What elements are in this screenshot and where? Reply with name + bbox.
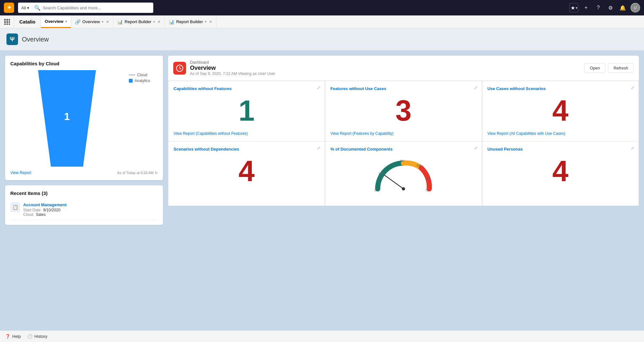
metric-view-report-link[interactable]: View Report (Features by Capability) (330, 131, 393, 136)
close-icon[interactable]: ✕ (106, 20, 109, 24)
app-grid-button[interactable] (0, 15, 14, 28)
svg-rect-1 (6, 19, 8, 21)
tab-label: Overview (82, 19, 100, 24)
metric-value: 4 (488, 157, 633, 186)
dashboard-name: Overview (190, 65, 275, 71)
question-icon: ? (597, 5, 600, 11)
favorites-button[interactable]: ★ ▾ (569, 3, 578, 12)
legend-item-analytics: Analytics (129, 79, 158, 83)
top-navigation: ✦ All ▾ 🔍 ★ ▾ + ? ⚙ 🔔 U (0, 0, 644, 15)
expand-icon[interactable]: ⤢ (631, 85, 635, 90)
funnel-legend: Cloud Analytics (129, 70, 158, 84)
gauge-svg: 0 150 300 450 600 750 (371, 157, 436, 192)
settings-button[interactable]: ⚙ (606, 3, 615, 12)
dashboard-header: Dashboard Overview As of Sep 9, 2020, 7:… (168, 56, 639, 81)
metric-card-features-without-use-cases: Features without Use Cases ⤢ 3 View Repo… (325, 81, 482, 142)
left-panel: Capabilities by Cloud 1 Cloud Analyt (5, 56, 163, 342)
app-name: Catalio (14, 15, 41, 28)
history-link[interactable]: 🕐 History (27, 334, 47, 339)
star-icon: ★ (571, 5, 575, 11)
metric-card-documented-components: % of Documented Components ⤢ 0 150 (325, 142, 482, 206)
dashboard-title-block: Dashboard Overview As of Sep 9, 2020, 7:… (190, 60, 275, 76)
recent-item: 📋 Account Management Start Date 9/10/202… (10, 200, 158, 220)
funnel-svg: 1 (32, 70, 102, 167)
recent-item-icon: 📋 (10, 202, 20, 212)
expand-icon[interactable]: ⤢ (631, 145, 635, 151)
metric-view-report-link[interactable]: View Report (Capabilities without Featur… (174, 131, 248, 136)
svg-rect-7 (6, 23, 8, 25)
open-button[interactable]: Open (584, 63, 606, 73)
svg-text:300: 300 (400, 159, 404, 162)
bottom-bar: ❓ Help 🕐 History (0, 330, 644, 342)
refresh-button[interactable]: Refresh (608, 63, 634, 73)
svg-text:0: 0 (374, 189, 376, 192)
dashboard-actions: Open Refresh (584, 63, 634, 73)
tab-overview[interactable]: 🔗 Overview ▾ ✕ (71, 15, 113, 28)
recent-item-meta: Start Date 9/10/2020 Cloud Sales (23, 208, 67, 217)
tab-report-builder-2[interactable]: 📊 Report Builder ▾ ✕ (165, 15, 216, 28)
recent-items-title: Recent Items (3) (10, 190, 158, 196)
metric-view-report-link[interactable]: View Report (All Capabilities with Use C… (488, 131, 565, 136)
svg-text:150: 150 (378, 172, 383, 175)
page-header: Ψ Overview (0, 28, 644, 51)
add-button[interactable]: + (582, 3, 591, 12)
help-button[interactable]: ? (594, 3, 603, 12)
svg-text:450: 450 (416, 164, 421, 167)
meta-row-cloud: Cloud Sales (23, 212, 67, 217)
bell-icon: 🔔 (620, 5, 626, 11)
legend-dot-analytics (129, 79, 133, 83)
legend-item-cloud: Cloud (129, 73, 158, 77)
tab-overview-main[interactable]: Overview ▾ (41, 15, 71, 28)
report-tab-icon: 📊 (169, 19, 174, 24)
expand-icon[interactable]: ⤢ (474, 85, 478, 90)
app-logo: ✦ (4, 3, 14, 13)
metric-title: Unused Personas (488, 147, 633, 152)
close-icon[interactable]: ✕ (157, 20, 161, 24)
expand-icon[interactable]: ⤢ (317, 145, 321, 151)
metric-title: Scenarios without Dependencies (174, 147, 319, 152)
expand-icon[interactable]: ⤢ (317, 85, 321, 90)
metric-card-unused-personas: Unused Personas ⤢ 4 (482, 142, 639, 206)
tab-label: Report Builder (125, 19, 151, 24)
chevron-down-icon: ▾ (102, 20, 103, 23)
tab-label: Report Builder (176, 19, 203, 24)
expand-icon[interactable]: ⤢ (474, 145, 478, 151)
view-report-link[interactable]: View Report (10, 171, 31, 175)
meta-row-start-date: Start Date 9/10/2020 (23, 208, 67, 212)
search-input[interactable] (43, 5, 150, 10)
metric-grid-row2: Scenarios without Dependencies ⤢ 4 % of … (168, 142, 639, 206)
metric-title: Use Cases without Scenarios (488, 86, 633, 91)
right-panel: Dashboard Overview As of Sep 9, 2020, 7:… (168, 56, 639, 342)
refresh-icon[interactable]: ↻ (155, 171, 158, 175)
avatar[interactable]: U (630, 3, 640, 13)
plus-icon: + (584, 5, 587, 11)
help-icon: ❓ (5, 334, 10, 339)
top-nav-right: ★ ▾ + ? ⚙ 🔔 U (569, 3, 640, 13)
help-link[interactable]: ❓ Help (5, 334, 21, 339)
metric-title: Capabilities without Features (174, 86, 319, 91)
search-all-dropdown[interactable]: All ▾ (21, 5, 32, 10)
svg-rect-3 (4, 21, 6, 23)
metric-card-use-cases-without-scenarios: Use Cases without Scenarios ⤢ 4 View Rep… (482, 81, 639, 142)
metric-value: 4 (488, 96, 633, 125)
close-icon[interactable]: ✕ (209, 20, 212, 24)
search-icon: 🔍 (34, 5, 41, 11)
svg-text:750: 750 (425, 189, 430, 192)
metric-title: % of Documented Components (330, 147, 476, 152)
chevron-down-icon: ▾ (153, 20, 155, 23)
tab-label: Overview (45, 19, 63, 24)
dashboard-label: Dashboard (190, 60, 275, 65)
capabilities-by-cloud-card: Capabilities by Cloud 1 Cloud Analyt (5, 56, 163, 180)
recent-item-name[interactable]: Account Management (23, 202, 67, 207)
tab-report-builder-1[interactable]: 📊 Report Builder ▾ ✕ (113, 15, 165, 28)
notifications-button[interactable]: 🔔 (618, 3, 627, 12)
main-content: Capabilities by Cloud 1 Cloud Analyt (0, 51, 644, 342)
metric-value: 4 (174, 157, 319, 186)
metric-value: 3 (330, 96, 476, 125)
svg-line-12 (385, 175, 403, 189)
chevron-down-icon: ▾ (27, 5, 29, 10)
svg-text:1: 1 (64, 111, 70, 122)
svg-rect-2 (9, 19, 10, 21)
metric-title: Features without Use Cases (330, 86, 476, 91)
page-title: Overview (22, 36, 49, 43)
